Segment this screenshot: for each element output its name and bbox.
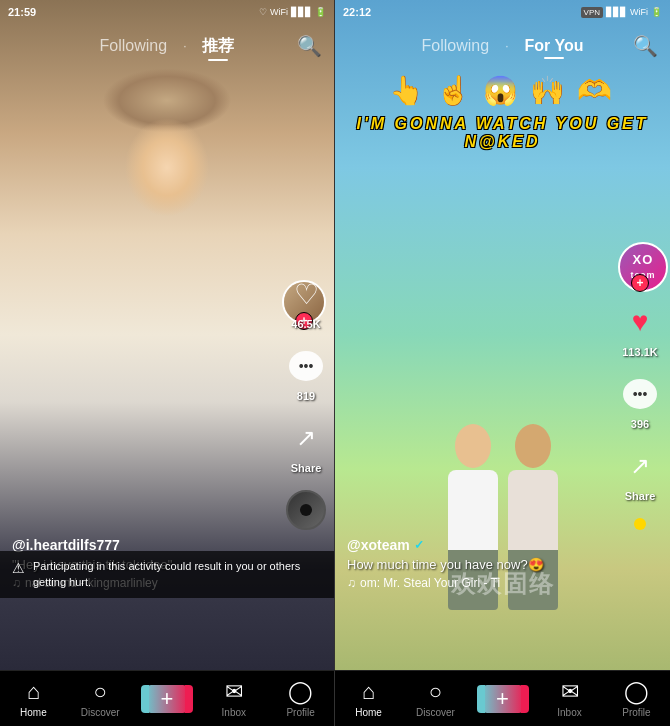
right-music-text: om: Mr. Steal Your Girl - Ti [360, 576, 500, 590]
left-comment-button[interactable]: ••• [286, 346, 326, 386]
left-discover-icon: ○ [94, 679, 107, 705]
right-for-you-tab[interactable]: For You [524, 37, 583, 55]
emoji-2: ☝️ [436, 74, 475, 107]
left-discover-nav[interactable]: ○ Discover [67, 679, 134, 718]
right-wifi-icon: WiFi [630, 7, 648, 17]
right-comment-group: ••• 396 [620, 374, 660, 430]
left-time: 21:59 [8, 6, 36, 18]
right-follow-badge[interactable]: + [631, 274, 649, 292]
right-home-icon: ⌂ [362, 679, 375, 705]
right-inbox-icon: ✉ [561, 679, 579, 705]
left-music-disc[interactable] [286, 490, 326, 530]
left-comment-group: ••• 819 [286, 346, 326, 402]
left-music-disc-center [300, 504, 312, 516]
left-home-nav[interactable]: ⌂ Home [0, 679, 67, 718]
right-inbox-label: Inbox [557, 707, 581, 718]
right-username[interactable]: @xoteam ✓ [347, 537, 610, 553]
right-overlay-text: 👆 ☝️ 😱 🙌 🫶 I'M GONNA WATCH YOU GET N@KED [335, 70, 670, 155]
right-music-note-icon: ♫ [347, 576, 356, 590]
left-like-count: 46.5K [291, 318, 320, 330]
right-status-icons: VPN ▊▊▊ WiFi 🔋 [581, 7, 662, 18]
wifi-icon: WiFi [270, 7, 288, 17]
right-following-tab[interactable]: Following [422, 37, 490, 55]
signal-icon: ▊▊▊ [291, 7, 312, 17]
left-inbox-icon: ✉ [225, 679, 243, 705]
right-overlay-caption: I'M GONNA WATCH YOU GET N@KED [335, 111, 670, 155]
left-share-label: Share [291, 462, 322, 474]
right-battery-icon: 🔋 [651, 7, 662, 17]
right-search-icon[interactable]: 🔍 [633, 34, 658, 58]
right-signal-icon: ▊▊▊ [606, 7, 627, 17]
right-extra-action [634, 518, 646, 530]
right-discover-label: Discover [416, 707, 455, 718]
right-share-button[interactable]: ↗ [620, 446, 660, 486]
bottom-nav-container: ⌂ Home ○ Discover + ✉ Inbox ◯ Profile ⌂ … [0, 670, 670, 726]
left-warning-icon: ⚠ [12, 560, 25, 576]
left-status-icons: ♡ WiFi ▊▊▊ 🔋 [259, 7, 326, 17]
right-add-nav[interactable]: + [469, 685, 536, 713]
right-profile-nav[interactable]: ◯ Profile [603, 679, 670, 718]
right-screen: 欢欢固络 22:12 VPN ▊▊▊ WiFi 🔋 Following · Fo… [335, 0, 670, 670]
left-nav-bar: Following · 推荐 🔍 [0, 24, 334, 68]
right-like-button[interactable]: ♥ [620, 302, 660, 342]
right-music-info: ♫ om: Mr. Steal Your Girl - Ti [347, 576, 610, 590]
emoji-1: 👆 [389, 74, 428, 107]
right-add-button[interactable]: + [481, 685, 525, 713]
left-add-nav[interactable]: + [134, 685, 201, 713]
right-home-label: Home [355, 707, 382, 718]
left-like-group: ♡ 46.5K [286, 274, 326, 330]
right-discover-nav[interactable]: ○ Discover [402, 679, 469, 718]
person-right-head [515, 424, 551, 468]
right-comment-button[interactable]: ••• [620, 374, 660, 414]
right-home-nav[interactable]: ⌂ Home [335, 679, 402, 718]
battery-icon: 🔋 [315, 7, 326, 17]
left-following-tab[interactable]: Following [100, 37, 168, 55]
left-home-icon: ⌂ [27, 679, 40, 705]
right-emoji-row: 👆 ☝️ 😱 🙌 🫶 [335, 70, 670, 111]
right-add-icon: + [496, 686, 509, 712]
left-profile-label: Profile [286, 707, 314, 718]
left-inbox-label: Inbox [222, 707, 246, 718]
emoji-4: 🙌 [530, 74, 569, 107]
left-share-icon: ↗ [296, 424, 316, 452]
emoji-3: 😱 [483, 74, 522, 107]
left-inbox-nav[interactable]: ✉ Inbox [200, 679, 267, 718]
right-inbox-nav[interactable]: ✉ Inbox [536, 679, 603, 718]
left-comment-icon: ••• [289, 351, 323, 381]
right-heart-icon: ♥ [632, 306, 649, 338]
left-nav-tabs: Following · 推荐 [100, 36, 235, 57]
left-profile-icon: ◯ [288, 679, 313, 705]
right-vpn-icon: VPN [581, 7, 603, 18]
right-bottom-info: @xoteam ✓ How much time you have now?😍 ♫… [347, 537, 610, 590]
right-discover-icon: ○ [429, 679, 442, 705]
right-profile-label: Profile [622, 707, 650, 718]
left-add-icon: + [161, 686, 174, 712]
person-left-head [455, 424, 491, 468]
right-time: 22:12 [343, 6, 371, 18]
right-username-text: @xoteam [347, 537, 410, 553]
left-profile-nav[interactable]: ◯ Profile [267, 679, 334, 718]
right-status-bar: 22:12 VPN ▊▊▊ WiFi 🔋 [335, 0, 670, 24]
left-comment-count: 819 [297, 390, 315, 402]
left-screen: 21:59 ♡ WiFi ▊▊▊ 🔋 Following · 推荐 🔍 + [0, 0, 335, 670]
right-comment-icon: ••• [623, 379, 657, 409]
right-share-group: ↗ Share [620, 446, 660, 502]
left-recommend-tab[interactable]: 推荐 [202, 36, 234, 57]
left-like-button[interactable]: ♡ [286, 274, 326, 314]
right-like-count: 113.1K [622, 346, 657, 358]
left-share-button[interactable]: ↗ [286, 418, 326, 458]
right-comment-count: 396 [631, 418, 649, 430]
right-profile-icon: ◯ [624, 679, 649, 705]
right-bottom-nav: ⌂ Home ○ Discover + ✉ Inbox ◯ Profile [335, 671, 670, 726]
right-nav-dot: · [505, 39, 508, 53]
right-nav-bar: Following · For You 🔍 [335, 24, 670, 68]
left-share-group: ↗ Share [286, 418, 326, 474]
left-warning-banner: ⚠ Participating in this activity could r… [0, 551, 334, 598]
left-add-button[interactable]: + [145, 685, 189, 713]
left-search-icon[interactable]: 🔍 [297, 34, 322, 58]
emoji-5: 🫶 [577, 74, 616, 107]
right-nav-tabs: Following · For You [422, 37, 584, 55]
right-share-icon: ↗ [630, 452, 650, 480]
right-sidebar-actions: XOteam + ♥ 113.1K ••• 396 [618, 242, 662, 530]
left-heart-icon: ♡ [294, 278, 319, 311]
